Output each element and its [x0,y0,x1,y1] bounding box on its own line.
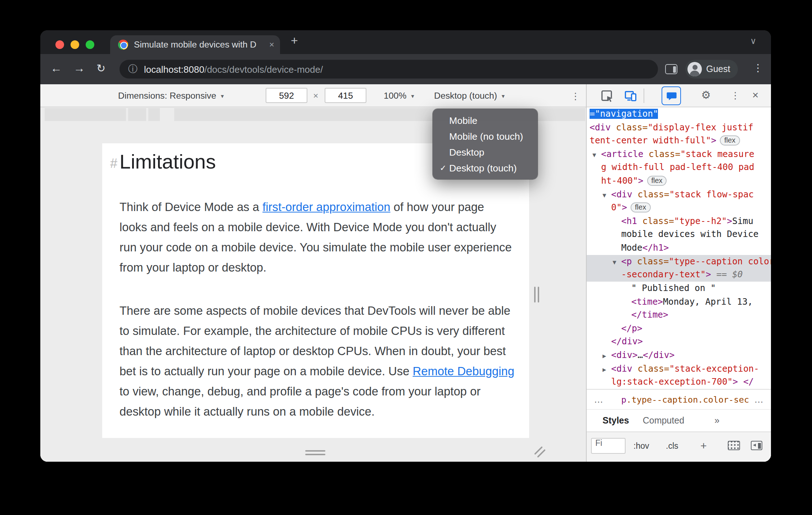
toggle-element-state-button[interactable]: :hov [633,442,649,450]
device-type-dropdown[interactable]: Desktop (touch) ▼ [434,84,506,107]
toggle-device-toolbar-icon[interactable] [624,89,637,102]
chevron-down-icon: ▼ [501,93,506,98]
device-type-option[interactable]: Desktop [433,144,538,160]
elements-tree-line[interactable]: -secondary-text"> == $0 [587,268,771,282]
styles-filter-input[interactable]: Fi [591,438,626,454]
elements-tree-line[interactable]: mobile devices with Device [587,228,771,241]
minimize-window-button[interactable] [71,40,79,49]
grid-icon[interactable] [728,441,740,450]
element-classes-button[interactable]: .cls [666,442,678,450]
collapse-arrow-icon[interactable]: ▶ [603,349,611,362]
code-segment: "stack measure [680,149,754,159]
viewport-corner-drag-handle[interactable] [533,445,544,457]
sidebar-tab-more[interactable]: » [714,416,719,426]
code-segment: class= [637,256,669,266]
elements-tree-line[interactable]: <h1 class="type--h2">Simu [587,215,771,228]
elements-tree-line[interactable]: g width-full pad-left-400 pad [587,161,771,174]
side-panel-icon[interactable] [665,64,677,74]
reload-icon[interactable]: ↻ [96,62,105,75]
elements-tree-line[interactable]: tent-center width-full">flex [587,134,771,147]
expand-arrow-icon[interactable]: ▼ [613,255,621,268]
tab-search-chevron-icon[interactable]: ∨ [750,36,757,46]
device-type-option[interactable]: Mobile (no touch) [433,128,538,144]
address-bar[interactable]: ⓘ localhost:8080/docs/devtools/device-mo… [119,60,658,79]
code-segment: <p [621,256,637,266]
new-tab-button[interactable]: + [291,34,298,48]
code-segment: <div [611,363,637,373]
elements-tree-line[interactable]: <time>Monday, April 13, [587,295,771,308]
flex-badge[interactable]: flex [647,176,667,186]
site-info-icon[interactable]: ⓘ [128,63,137,76]
viewport-height-drag-handle[interactable] [305,450,325,456]
browser-tab[interactable]: Simulate mobile devices with D × [110,35,280,54]
text-run: from your laptop or desktop. [119,261,266,274]
elements-tree-line[interactable]: ▼<p class="type--caption color [587,255,771,268]
elements-tree-line[interactable]: ▼<article class="stack measure [587,148,771,161]
viewport-width-input[interactable] [266,88,307,103]
elements-tree-line[interactable]: ▶<div>…</div> [587,349,771,362]
zoom-dropdown[interactable]: 100% ▼ [384,84,415,107]
breadcrumb-overflow-right[interactable]: … [754,394,763,405]
device-viewport: # Limitations Think of Device Mode as a … [102,143,529,438]
elements-tree-line[interactable]: " Published on " [587,282,771,295]
tab-close-icon[interactable]: × [269,40,274,50]
browser-menu-icon[interactable]: ⋮ [753,62,763,73]
collapse-sidebar-icon[interactable] [751,441,762,450]
device-type-menu: MobileMobile (no touch)Desktop✓Desktop (… [433,109,538,179]
elements-tree-line[interactable]: Mode</h1> [587,241,771,255]
device-type-option[interactable]: Mobile [433,112,538,128]
inspect-element-icon[interactable] [600,89,613,102]
device-type-option[interactable]: ✓Desktop (touch) [433,160,538,176]
code-segment: -secondary-text" [621,270,706,280]
elements-tree-line[interactable]: </div> [587,335,771,349]
elements-tree-line[interactable]: </p> [587,322,771,335]
forward-icon[interactable]: → [73,62,85,75]
code-segment: > [706,270,711,280]
page-title: Limitations [119,151,216,173]
viewport-width-drag-handle[interactable] [534,287,540,303]
code-segment: <article [601,149,649,159]
back-icon[interactable]: ← [50,62,62,75]
devtools-close-icon[interactable]: × [752,89,759,101]
collapse-arrow-icon[interactable]: ▶ [603,363,611,375]
text-link[interactable]: first-order approximation [262,200,390,213]
text-run: Think of Device Mode as a [119,200,262,213]
elements-tree-line[interactable]: ▼<div class="stack flow-spac [587,188,771,201]
code-segment: " Published on " [631,283,716,293]
device-toolbar-more-icon[interactable]: ⋮ [571,84,580,107]
zoom-window-button[interactable] [86,40,94,49]
chat-bubble-icon[interactable] [662,86,681,105]
expand-arrow-icon[interactable]: ▼ [592,148,601,161]
viewport-height-input[interactable] [325,88,366,103]
sidebar-tab-bar: StylesComputed» [587,409,771,432]
settings-gear-icon[interactable]: ⚙ [701,89,711,102]
devtools-menu-icon[interactable]: ⋮ [731,90,740,101]
elements-tree-line[interactable]: ▶<div class="stack-exception- [587,362,771,375]
code-segment: <div [611,189,637,199]
device-type-value: Desktop (touch) [434,91,497,101]
elements-tree-line[interactable]: 0">flex [587,201,771,215]
flex-badge[interactable]: flex [631,203,650,213]
elements-tree-line[interactable]: <div class="display-flex justif [587,121,771,134]
expand-arrow-icon[interactable]: ▼ [603,188,611,201]
elements-tree: ="navigation"<div class="display-flex ju… [587,107,771,389]
devtools-toolbar: ⚙ ⋮ × [587,84,771,107]
elements-tree-line[interactable]: ="navigation" [587,107,771,121]
elements-tree-line[interactable]: lg:stack-exception-700"> </ [587,375,771,389]
breadcrumb-selected-node[interactable]: p.type--caption.color-sec [621,394,749,404]
elements-tree-line[interactable]: ht-400">flex [587,174,771,188]
sidebar-tab-computed[interactable]: Computed [643,416,684,426]
text-line: There are some aspects of mobile devices… [119,300,529,321]
code-segment: <time> [631,296,663,306]
dimensions-dropdown[interactable]: Dimensions: Responsive ▼ [118,84,225,107]
text-link[interactable]: Remote Debugging [413,364,514,377]
sidebar-tab-styles[interactable]: Styles [603,416,629,426]
elements-tree-line[interactable]: </time> [587,308,771,322]
close-window-button[interactable] [55,40,64,49]
profile-chip[interactable]: Guest [685,60,738,79]
breadcrumb-overflow-left[interactable]: … [594,394,603,405]
flex-badge[interactable]: flex [720,135,740,145]
new-style-rule-button[interactable]: + [700,439,707,452]
anchor-hash-icon[interactable]: # [110,156,117,171]
code-segment: "stack-exception- [669,363,759,373]
